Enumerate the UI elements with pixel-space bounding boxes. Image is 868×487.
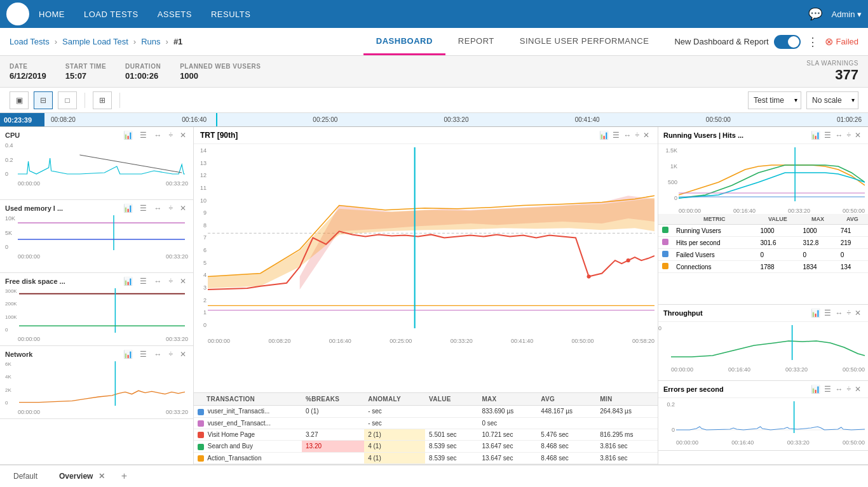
throughput-widget: Throughput 📊 ☰ ↔ ÷ ✕ 0 00:00:0000:16:400…	[658, 305, 868, 381]
breadcrumb-current: #1	[173, 37, 182, 46]
svg-point-15	[587, 275, 591, 279]
network-y-axis: 6K4K2K0	[5, 361, 11, 406]
errors-scale-icon[interactable]: ↔	[833, 384, 844, 394]
memory-scale-icon[interactable]: ↔	[152, 203, 163, 213]
trt-list-icon[interactable]: ☰	[611, 130, 621, 140]
nav-assets[interactable]: ASSETS	[158, 6, 192, 22]
trt-chart-icon[interactable]: 📊	[597, 130, 611, 140]
memory-list-icon[interactable]: ☰	[138, 203, 149, 213]
network-chart-icon[interactable]: 📊	[121, 349, 135, 359]
errors-chart-icon[interactable]: 📊	[809, 384, 822, 394]
col-avg: AVG	[537, 393, 596, 406]
trans-max: 10.721 sec	[478, 429, 537, 440]
throughput-chart-icon[interactable]: 📊	[809, 308, 822, 318]
network-title: Network	[5, 350, 118, 358]
trt-canvas: 1413121110 98765 43210	[194, 144, 658, 347]
tab-report[interactable]: REPORT	[445, 29, 507, 55]
new-dashboard-toggle[interactable]	[774, 35, 801, 49]
rv-metric-avg: 0	[837, 249, 868, 261]
memory-settings-icon[interactable]: ÷	[166, 203, 175, 213]
breadcrumb-sample-load-test[interactable]: Sample Load Test	[62, 37, 128, 46]
more-options-btn[interactable]: ⋮	[807, 35, 818, 49]
throughput-header: Throughput 📊 ☰ ↔ ÷ ✕	[658, 305, 868, 322]
rv-metric-name: Failed Vusers	[672, 249, 756, 261]
layout-btn-4[interactable]: ⊞	[93, 91, 112, 109]
rv-scale-icon[interactable]: ↔	[833, 130, 844, 140]
network-scale-icon[interactable]: ↔	[152, 349, 163, 359]
rv-settings-icon[interactable]: ÷	[844, 130, 853, 140]
trans-avg: 8.468 sec	[537, 452, 596, 464]
trans-anomaly: - sec	[364, 406, 425, 417]
cpu-scale-icon[interactable]: ↔	[152, 130, 163, 140]
disk-close-icon[interactable]: ✕	[178, 276, 188, 286]
trt-close-icon[interactable]: ✕	[641, 130, 651, 140]
rv-chart-icon[interactable]: 📊	[809, 130, 822, 140]
network-close-icon[interactable]: ✕	[178, 349, 188, 359]
trans-name: Search and Buy	[194, 441, 302, 452]
memory-header: Used memory I ... 📊 ☰ ↔ ÷ ✕	[5, 203, 188, 213]
info-duration: DURATION 01:00:26	[125, 63, 161, 81]
trans-avg: 8.468 sec	[537, 441, 596, 452]
toolbar: ▣ ⊟ □ ⊞ Test time ▾ No scale ▾	[0, 88, 868, 113]
rv-metric-avg: 219	[837, 237, 868, 249]
cpu-settings-icon[interactable]: ÷	[166, 130, 175, 140]
tab-single-user[interactable]: SINGLE USER PERFORMANCE	[507, 29, 662, 55]
col-max: MAX	[478, 393, 537, 406]
cpu-list-icon[interactable]: ☰	[138, 130, 149, 140]
rv-chart-area: 1.5K1K5000 00:00:0000:	[658, 144, 868, 214]
rv-metric-avg: 134	[837, 261, 868, 273]
throughput-scale-icon[interactable]: ↔	[833, 308, 844, 318]
trans-min: 816.295 ms	[596, 429, 658, 440]
notification-icon[interactable]: 💬	[808, 7, 822, 21]
rv-col-max: MAX	[799, 214, 836, 225]
bottom-tab-add[interactable]: +	[116, 469, 132, 484]
disk-list-icon[interactable]: ☰	[138, 276, 149, 286]
svg-rect-10	[208, 147, 654, 328]
errors-list-icon[interactable]: ☰	[822, 384, 833, 394]
layout-btn-1[interactable]: ▣	[10, 91, 29, 109]
errors-close-icon[interactable]: ✕	[853, 384, 863, 394]
layout-btn-3[interactable]: □	[58, 91, 77, 109]
nav-home[interactable]: HOME	[39, 6, 65, 22]
tab-dashboard[interactable]: DASHBOARD	[363, 29, 445, 55]
layout-btn-2[interactable]: ⊟	[34, 91, 53, 109]
trans-name: Visit Home Page	[194, 429, 302, 440]
timeline[interactable]: 00:23:39 00:08:20 00:16:40 00:25:00 00:3…	[0, 113, 868, 127]
breadcrumb-runs[interactable]: Runs	[141, 37, 160, 46]
memory-widget: Used memory I ... 📊 ☰ ↔ ÷ ✕ 10K5K0	[0, 200, 193, 273]
admin-menu[interactable]: Admin ▾	[832, 10, 862, 19]
trt-settings-icon[interactable]: ÷	[633, 130, 641, 140]
errors-settings-icon[interactable]: ÷	[844, 384, 853, 394]
trans-anomaly: 4 (1)	[364, 441, 425, 452]
bottom-tab-overview[interactable]: Overview ✕	[49, 468, 115, 485]
no-scale-select[interactable]: No scale	[806, 91, 858, 109]
memory-chart-icon[interactable]: 📊	[121, 203, 135, 213]
bottom-tab-default[interactable]: Default	[3, 468, 48, 484]
cpu-close-icon[interactable]: ✕	[178, 130, 188, 140]
network-settings-icon[interactable]: ÷	[166, 349, 175, 359]
disk-chart-icon[interactable]: 📊	[121, 276, 135, 286]
col-value: VALUE	[425, 393, 478, 406]
info-date: DATE 6/12/2019	[10, 63, 46, 81]
rv-metrics-table: METRIC VALUE MAX AVG Running Vusers 1000…	[658, 214, 868, 273]
toolbar-sep-2	[119, 93, 120, 108]
disk-scale-icon[interactable]: ↔	[152, 276, 163, 286]
timeline-mark-1: 00:08:20	[51, 116, 76, 123]
throughput-close-icon[interactable]: ✕	[853, 308, 863, 318]
bottom-tab-overview-close[interactable]: ✕	[98, 472, 105, 481]
test-time-select[interactable]: Test time	[748, 91, 801, 109]
failed-badge[interactable]: ⊗ Failed	[825, 36, 858, 48]
nav-results[interactable]: RESULTS	[211, 6, 251, 22]
info-start-time: START TIME 15:07	[65, 63, 106, 81]
cpu-chart-icon[interactable]: 📊	[121, 130, 135, 140]
network-list-icon[interactable]: ☰	[138, 349, 149, 359]
disk-settings-icon[interactable]: ÷	[166, 276, 175, 286]
memory-close-icon[interactable]: ✕	[178, 203, 188, 213]
throughput-settings-icon[interactable]: ÷	[844, 308, 853, 318]
throughput-list-icon[interactable]: ☰	[822, 308, 833, 318]
nav-load-tests[interactable]: LOAD TESTS	[84, 6, 139, 22]
trt-scale-icon[interactable]: ↔	[621, 130, 633, 140]
rv-list-icon[interactable]: ☰	[822, 130, 833, 140]
rv-close-icon[interactable]: ✕	[853, 130, 863, 140]
breadcrumb-load-tests[interactable]: Load Tests	[10, 37, 50, 46]
